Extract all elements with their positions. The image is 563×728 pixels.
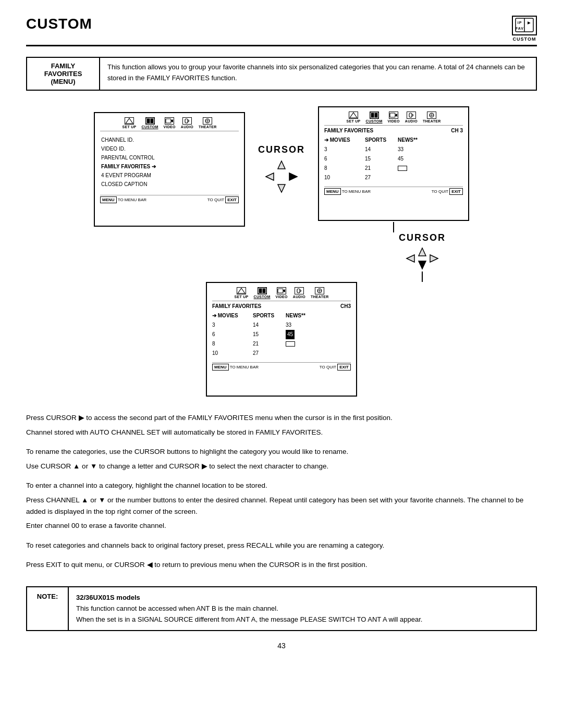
page-number: 43 xyxy=(26,641,537,650)
info-text: This function allows you to group your f… xyxy=(100,58,536,90)
screen2-footer: MENU TO MENU BAR TO QUIT EXIT xyxy=(324,187,463,194)
screen1-content: CHANNEL ID. VIDEO ID. PARENTAL CONTROL F… xyxy=(100,133,239,191)
cursor1-area: CURSOR xyxy=(245,144,318,195)
screen3-ff-cols: ➔ MOVIES 3 6 8 10 SPORTS 14 15 21 27 xyxy=(212,311,351,358)
screen1-footer: MENU TO MENU BAR TO QUIT EXIT xyxy=(100,195,239,202)
screen1: SET UP CUSTOM VIDEO xyxy=(94,112,245,227)
svg-marker-19 xyxy=(350,113,357,118)
s2-menubar-setup-icon xyxy=(349,112,358,119)
s3-menubar-custom: CUSTOM xyxy=(254,287,271,299)
s2-menubar-custom-icon xyxy=(370,112,379,119)
cursor2-diamond xyxy=(404,245,440,272)
menubar-video-icon xyxy=(165,117,174,125)
s2-menubar-audio: AUDIO xyxy=(405,112,418,123)
cursor1-diamond xyxy=(263,158,300,195)
top-screens-row: SET UP CUSTOM VIDEO xyxy=(94,106,469,232)
cursor2-label: CURSOR xyxy=(399,232,446,243)
svg-marker-16 xyxy=(278,184,285,192)
screen3-footer: MENU TO MENU BAR TO QUIT EXIT xyxy=(212,362,351,369)
svg-marker-9 xyxy=(171,119,173,122)
page-header: CUSTOM IP ▶ FAV CUSTOM xyxy=(26,16,537,46)
svg-marker-31 xyxy=(430,255,438,262)
svg-marker-32 xyxy=(238,288,245,293)
svg-rect-22 xyxy=(390,113,395,117)
cursor2-area: CURSOR xyxy=(399,232,446,282)
screen3-col1: ➔ MOVIES 3 6 8 10 xyxy=(212,311,249,358)
svg-rect-37 xyxy=(297,289,300,293)
menubar-setup: SET UP xyxy=(122,117,136,129)
svg-text:IP: IP xyxy=(518,21,522,24)
flow-layout: SET UP CUSTOM VIDEO xyxy=(26,106,537,397)
logo-label: CUSTOM xyxy=(513,36,536,42)
svg-marker-14 xyxy=(278,161,285,169)
page-title: CUSTOM xyxy=(26,16,92,32)
v-line-2 xyxy=(422,272,423,282)
info-box: FAMILY FAVORITES (MENU) This function al… xyxy=(26,57,537,91)
diagram-wrapper: SET UP CUSTOM VIDEO xyxy=(26,106,537,397)
svg-rect-10 xyxy=(185,119,188,123)
s2-menubar-custom: CUSTOM xyxy=(366,112,383,123)
screen3-ff-ch: CH3 xyxy=(340,303,351,309)
s2-menubar-video: VIDEO xyxy=(388,112,400,123)
svg-text:FAV: FAV xyxy=(516,27,524,30)
svg-text:▶: ▶ xyxy=(528,21,531,24)
s3-menubar-theater-icon xyxy=(315,287,324,294)
text-block-3: To enter a channel into a category, high… xyxy=(26,480,537,531)
page-container: CUSTOM IP ▶ FAV CUSTOM FAMILY FAVORITES … xyxy=(0,0,563,728)
screen2: SET UP CUSTOM xyxy=(318,106,469,221)
menubar-video: VIDEO xyxy=(164,117,176,129)
menubar-audio-icon xyxy=(182,117,192,125)
screen2-menubar: SET UP CUSTOM xyxy=(324,112,463,126)
v-line-1 xyxy=(393,222,394,232)
header-logo: IP ▶ FAV CUSTOM xyxy=(512,16,537,42)
note-content: 32/36UX01S models This function cannot b… xyxy=(69,587,430,630)
info-label: FAMILY FAVORITES (MENU) xyxy=(27,58,100,90)
s3-menubar-video: VIDEO xyxy=(276,287,288,299)
menubar-custom: CUSTOM xyxy=(142,117,158,129)
screen3: SET UP CUSTOM VIDEO xyxy=(206,282,357,397)
s2-menubar-video-icon xyxy=(389,112,398,119)
logo-box: IP ▶ FAV xyxy=(512,16,537,35)
note-model: 32/36UX01S models xyxy=(76,593,423,603)
menubar-audio: AUDIO xyxy=(181,117,193,129)
svg-marker-30 xyxy=(407,255,414,262)
screen2-ff-header: FAMILY FAVORITES CH 3 xyxy=(324,128,463,133)
bottom-row: SET UP CUSTOM VIDEO xyxy=(206,282,357,397)
menubar-theater-icon xyxy=(203,117,212,125)
screen3-ff-header: FAMILY FAVORITES CH3 xyxy=(212,303,351,309)
screen2-with-arrow: SET UP CUSTOM xyxy=(318,106,469,232)
s3-menubar-setup-icon xyxy=(237,287,246,294)
screen2-ff-cols: ➔ MOVIES 3 6 8 10 SPORTS 14 15 21 xyxy=(324,135,463,182)
menubar-custom-icon xyxy=(145,117,155,125)
cursor2-row: CURSOR xyxy=(26,232,537,282)
s3-menubar-audio-icon xyxy=(295,287,304,294)
down-arrow-2 xyxy=(393,222,394,232)
svg-marker-28 xyxy=(419,261,426,269)
svg-marker-15 xyxy=(289,173,297,180)
s3-menubar-video-icon xyxy=(277,287,286,294)
screen2-ff-ch: CH 3 xyxy=(451,128,463,133)
logo-icon: IP ▶ FAV xyxy=(515,18,534,34)
info-label-line1: FAMILY FAVORITES xyxy=(33,62,93,78)
text-block-4: To reset categories and channels back to… xyxy=(26,540,537,551)
text-block-5: Press EXIT to quit menu, or CURSOR ◀ to … xyxy=(26,559,537,571)
text-block-2: To rename the categories, use the CURSOR… xyxy=(26,446,537,472)
svg-rect-8 xyxy=(166,119,171,123)
s3-menubar-setup: SET UP xyxy=(234,287,248,299)
note-label: NOTE: xyxy=(27,587,69,630)
screen3-col3: NEWS** 33 45 xyxy=(286,311,314,358)
s2-menubar-audio-icon xyxy=(407,112,416,119)
s2-menubar-theater: THEATER xyxy=(423,112,441,123)
menubar-theater: THEATER xyxy=(199,117,217,129)
screen3-menubar: SET UP CUSTOM VIDEO xyxy=(212,287,351,301)
svg-rect-35 xyxy=(278,289,283,293)
svg-marker-5 xyxy=(126,118,133,124)
svg-rect-18 xyxy=(275,170,288,183)
screen2-col2: SPORTS 14 15 21 27 xyxy=(365,135,394,182)
note-box: NOTE: 32/36UX01S models This function ca… xyxy=(26,586,537,631)
s2-menubar-theater-icon xyxy=(427,112,436,119)
s2-menubar-setup: SET UP xyxy=(346,112,360,123)
screen2-col1: ➔ MOVIES 3 6 8 10 xyxy=(324,135,361,182)
svg-marker-29 xyxy=(419,248,426,256)
screen1-menubar: SET UP CUSTOM VIDEO xyxy=(100,117,239,131)
